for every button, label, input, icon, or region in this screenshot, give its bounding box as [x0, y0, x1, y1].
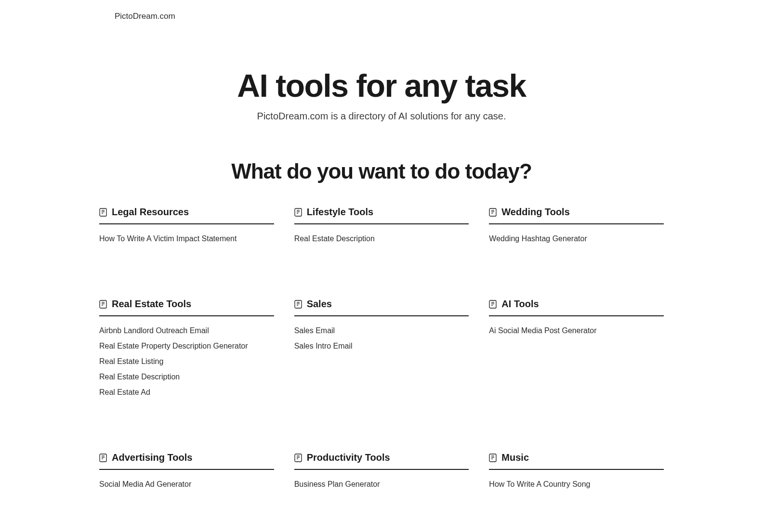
- card-header: Legal Resources: [99, 207, 274, 224]
- category-card-wedding-tools: Wedding Tools Wedding Hashtag Generator: [489, 207, 664, 283]
- card-links: Airbnb Landlord Outreach Email Real Esta…: [99, 325, 274, 437]
- document-icon: [99, 208, 107, 217]
- card-header: Sales: [294, 298, 469, 316]
- document-icon: [99, 454, 107, 462]
- card-header: Real Estate Tools: [99, 298, 274, 316]
- category-card-sales: Sales Sales Email Sales Intro Email: [294, 298, 469, 437]
- card-header: AI Tools: [489, 298, 664, 316]
- card-links: How To Write A Country Song: [489, 479, 664, 529]
- category-card-advertising-tools: Advertising Tools Social Media Ad Genera…: [99, 452, 274, 529]
- document-icon: [489, 300, 497, 309]
- card-links: Business Plan Generator: [294, 479, 469, 529]
- svg-rect-12: [100, 300, 106, 308]
- section-title: What do you want to do today?: [0, 159, 763, 183]
- card-title: Music: [501, 452, 529, 463]
- category-card-real-estate-tools: Real Estate Tools Airbnb Landlord Outrea…: [99, 298, 274, 437]
- card-links: Wedding Hashtag Generator: [489, 233, 664, 283]
- card-title: Lifestyle Tools: [307, 207, 374, 218]
- card-links: Ai Social Media Post Generator: [489, 325, 664, 375]
- card-link[interactable]: Real Estate Description: [99, 371, 274, 383]
- card-link[interactable]: Ai Social Media Post Generator: [489, 325, 664, 337]
- card-link[interactable]: How To Write A Victim Impact Statement: [99, 233, 274, 245]
- card-link[interactable]: Real Estate Property Description Generat…: [99, 340, 274, 352]
- card-title: Advertising Tools: [112, 452, 192, 463]
- document-icon: [489, 454, 497, 462]
- svg-rect-20: [489, 300, 496, 308]
- category-card-ai-tools: AI Tools Ai Social Media Post Generator: [489, 298, 664, 437]
- card-title: Productivity Tools: [307, 452, 390, 463]
- card-links: Real Estate Description: [294, 233, 469, 283]
- card-title: Real Estate Tools: [112, 298, 191, 310]
- hero-subtitle: PictoDream.com is a directory of AI solu…: [0, 111, 763, 122]
- card-header: Productivity Tools: [294, 452, 469, 470]
- card-link[interactable]: Airbnb Landlord Outreach Email: [99, 325, 274, 337]
- category-card-productivity-tools: Productivity Tools Business Plan Generat…: [294, 452, 469, 529]
- card-title: Wedding Tools: [501, 207, 569, 218]
- card-links: Sales Email Sales Intro Email: [294, 325, 469, 390]
- svg-rect-24: [100, 454, 106, 462]
- header: PictoDream.com: [0, 0, 763, 33]
- svg-rect-32: [489, 454, 496, 462]
- card-link[interactable]: How To Write A Country Song: [489, 479, 664, 490]
- card-link[interactable]: Sales Intro Email: [294, 340, 469, 352]
- card-links: Social Media Ad Generator: [99, 479, 274, 529]
- hero-title: AI tools for any task: [0, 67, 763, 104]
- document-icon: [294, 208, 302, 217]
- card-header: Advertising Tools: [99, 452, 274, 470]
- card-title: AI Tools: [501, 298, 539, 310]
- logo-link[interactable]: PictoDream.com: [115, 12, 175, 21]
- card-link[interactable]: Wedding Hashtag Generator: [489, 233, 664, 245]
- document-icon: [99, 300, 107, 309]
- hero: AI tools for any task PictoDream.com is …: [0, 67, 763, 122]
- category-card-music: Music How To Write A Country Song: [489, 452, 664, 529]
- category-card-lifestyle-tools: Lifestyle Tools Real Estate Description: [294, 207, 469, 283]
- card-links: How To Write A Victim Impact Statement: [99, 233, 274, 283]
- category-grid: Legal Resources How To Write A Victim Im…: [0, 207, 763, 529]
- card-link[interactable]: Sales Email: [294, 325, 469, 337]
- svg-rect-0: [100, 208, 106, 216]
- category-card-legal-resources: Legal Resources How To Write A Victim Im…: [99, 207, 274, 283]
- document-icon: [489, 208, 497, 217]
- document-icon: [294, 300, 302, 309]
- svg-rect-4: [295, 208, 302, 216]
- svg-rect-16: [295, 300, 302, 308]
- card-title: Sales: [307, 298, 332, 310]
- card-link[interactable]: Real Estate Description: [294, 233, 469, 245]
- svg-rect-28: [295, 454, 302, 462]
- card-link[interactable]: Real Estate Listing: [99, 356, 274, 367]
- card-link[interactable]: Real Estate Ad: [99, 387, 274, 398]
- svg-rect-8: [489, 208, 496, 216]
- card-title: Legal Resources: [112, 207, 189, 218]
- card-header: Music: [489, 452, 664, 470]
- card-link[interactable]: Business Plan Generator: [294, 479, 469, 490]
- document-icon: [294, 454, 302, 462]
- card-header: Wedding Tools: [489, 207, 664, 224]
- card-header: Lifestyle Tools: [294, 207, 469, 224]
- card-link[interactable]: Social Media Ad Generator: [99, 479, 274, 490]
